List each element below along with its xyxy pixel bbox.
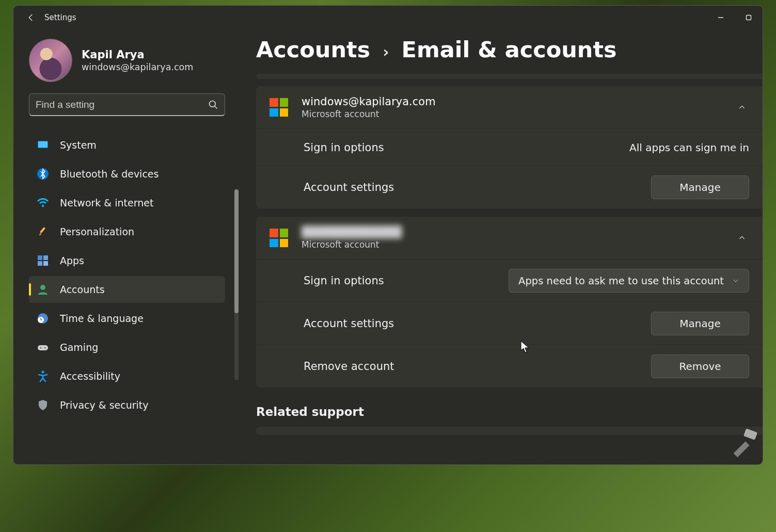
svg-rect-9 xyxy=(38,261,42,266)
manage-button[interactable]: Manage xyxy=(651,312,749,335)
sidebar-item-label: System xyxy=(60,139,97,151)
gamepad-icon xyxy=(36,341,50,354)
search-box[interactable] xyxy=(29,93,225,116)
wifi-icon xyxy=(36,196,50,209)
svg-point-17 xyxy=(42,371,44,374)
sidebar-item-system[interactable]: System xyxy=(29,132,225,158)
body: Kapil Arya windows@kapilarya.com xyxy=(13,29,763,464)
clock-globe-icon xyxy=(36,312,50,325)
breadcrumb: Accounts › Email & accounts xyxy=(256,37,763,62)
paintbrush-icon xyxy=(36,225,50,238)
account-settings-row: Account settings Manage xyxy=(256,166,763,208)
account-provider: Microsoft account xyxy=(302,109,436,119)
settings-window: Settings Kapil Arya windows@kapilarya.co… xyxy=(13,5,763,465)
sidebar-item-privacy[interactable]: Privacy & security xyxy=(29,392,225,418)
svg-rect-0 xyxy=(747,15,751,20)
page-title: Email & accounts xyxy=(402,37,617,62)
related-support-heading: Related support xyxy=(256,405,763,418)
maximize-button[interactable] xyxy=(735,6,763,29)
svg-point-11 xyxy=(40,285,45,290)
search-input[interactable] xyxy=(36,99,208,110)
sidebar-item-accounts[interactable]: Accounts xyxy=(29,276,225,303)
svg-point-15 xyxy=(40,347,42,349)
profile-block[interactable]: Kapil Arya windows@kapilarya.com xyxy=(29,37,241,93)
scroll-cutoff-strip xyxy=(256,74,763,79)
sidebar-item-accessibility[interactable]: Accessibility xyxy=(29,363,225,390)
signin-dropdown[interactable]: Apps need to ask me to use this account xyxy=(509,269,749,293)
breadcrumb-root[interactable]: Accounts xyxy=(256,37,370,62)
account-settings-row: Account settings Manage xyxy=(256,302,763,345)
remove-account-row: Remove account Remove xyxy=(256,345,763,388)
window-controls xyxy=(707,6,763,29)
shield-icon xyxy=(36,398,50,412)
sidebar: Kapil Arya windows@kapilarya.com xyxy=(13,29,241,464)
microsoft-logo-icon xyxy=(270,98,288,117)
signin-options-row: Sign in options Apps need to ask me to u… xyxy=(256,259,763,302)
person-icon xyxy=(36,283,50,296)
minimize-button[interactable] xyxy=(707,6,735,29)
window-title: Settings xyxy=(44,13,76,22)
svg-rect-7 xyxy=(38,255,42,260)
profile-text: Kapil Arya windows@kapilarya.com xyxy=(82,49,193,72)
account-email-blurred: ████████████ xyxy=(302,226,402,238)
dropdown-value: Apps need to ask me to use this account xyxy=(518,275,724,287)
sidebar-item-label: Personalization xyxy=(60,226,134,237)
row-label: Sign in options xyxy=(304,275,384,287)
row-label: Account settings xyxy=(304,181,394,194)
sidebar-item-label: Time & language xyxy=(60,313,144,324)
sidebar-item-label: Bluetooth & devices xyxy=(60,168,159,180)
nav: System Bluetooth & devices Network & int… xyxy=(29,130,241,464)
chevron-up-icon xyxy=(735,100,749,115)
svg-rect-8 xyxy=(43,255,48,260)
account-panel: windows@kapilarya.com Microsoft account … xyxy=(256,86,763,208)
back-button[interactable] xyxy=(21,7,41,28)
sidebar-item-label: Network & internet xyxy=(60,197,153,208)
account-header[interactable]: ████████████ Microsoft account xyxy=(256,217,763,259)
account-provider: Microsoft account xyxy=(302,239,402,250)
sidebar-scrollbar[interactable] xyxy=(234,189,239,380)
chevron-up-icon xyxy=(735,231,749,245)
chevron-right-icon: › xyxy=(383,43,389,61)
avatar xyxy=(29,39,72,82)
accessibility-icon xyxy=(36,369,50,383)
profile-name: Kapil Arya xyxy=(82,49,193,61)
search-icon xyxy=(208,100,218,110)
sidebar-item-network[interactable]: Network & internet xyxy=(29,189,225,216)
signin-options-row[interactable]: Sign in options All apps can sign me in xyxy=(256,128,763,166)
sidebar-item-time[interactable]: Time & language xyxy=(29,305,225,332)
microsoft-logo-icon xyxy=(270,229,288,247)
chevron-down-icon xyxy=(732,277,739,284)
profile-email: windows@kapilarya.com xyxy=(82,62,193,72)
svg-rect-14 xyxy=(38,345,48,350)
remove-button[interactable]: Remove xyxy=(651,354,749,378)
sidebar-scrollbar-thumb[interactable] xyxy=(234,189,239,313)
sidebar-item-bluetooth[interactable]: Bluetooth & devices xyxy=(29,160,225,187)
row-label: Account settings xyxy=(304,317,394,330)
row-label: Remove account xyxy=(304,360,394,373)
account-email: windows@kapilarya.com xyxy=(302,95,436,108)
account-header[interactable]: windows@kapilarya.com Microsoft account xyxy=(256,86,763,128)
sidebar-item-label: Accessibility xyxy=(60,370,120,382)
svg-rect-6 xyxy=(40,227,45,234)
sidebar-item-personalization[interactable]: Personalization xyxy=(29,218,225,245)
sidebar-item-label: Privacy & security xyxy=(60,399,149,411)
svg-rect-10 xyxy=(43,261,48,266)
svg-point-1 xyxy=(210,101,216,107)
titlebar: Settings xyxy=(13,6,763,29)
sidebar-item-label: Accounts xyxy=(60,284,105,295)
monitor-icon xyxy=(36,138,50,152)
sidebar-item-label: Gaming xyxy=(60,342,98,353)
signin-value: All apps can sign me in xyxy=(629,141,749,154)
main-content: Accounts › Email & accounts windows@kapi… xyxy=(241,29,763,464)
bluetooth-icon xyxy=(36,167,50,181)
sidebar-item-gaming[interactable]: Gaming xyxy=(29,334,225,361)
sidebar-item-apps[interactable]: Apps xyxy=(29,247,225,274)
apps-icon xyxy=(36,254,50,267)
account-panel: ████████████ Microsoft account Sign in o… xyxy=(256,217,763,388)
manage-button[interactable]: Manage xyxy=(651,175,749,199)
panel-placeholder xyxy=(256,427,763,435)
sidebar-item-label: Apps xyxy=(60,255,84,266)
row-label: Sign in options xyxy=(304,141,384,154)
svg-rect-3 xyxy=(38,141,47,148)
svg-point-5 xyxy=(42,205,44,207)
